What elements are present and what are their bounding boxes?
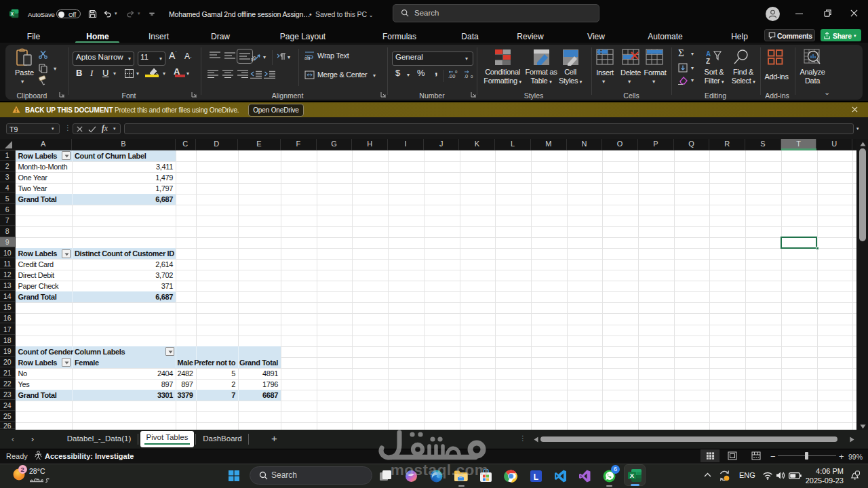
svg-text:X: X	[630, 472, 635, 479]
svg-text:0: 0	[471, 75, 473, 79]
svg-text:Z: Z	[706, 58, 710, 65]
svg-text:A: A	[706, 50, 711, 58]
svg-text:0: 0	[455, 70, 458, 74]
svg-text:.00: .00	[448, 73, 455, 79]
svg-text:ab: ab	[304, 56, 310, 60]
svg-text:L: L	[534, 472, 538, 482]
svg-text:.0: .0	[464, 73, 468, 79]
